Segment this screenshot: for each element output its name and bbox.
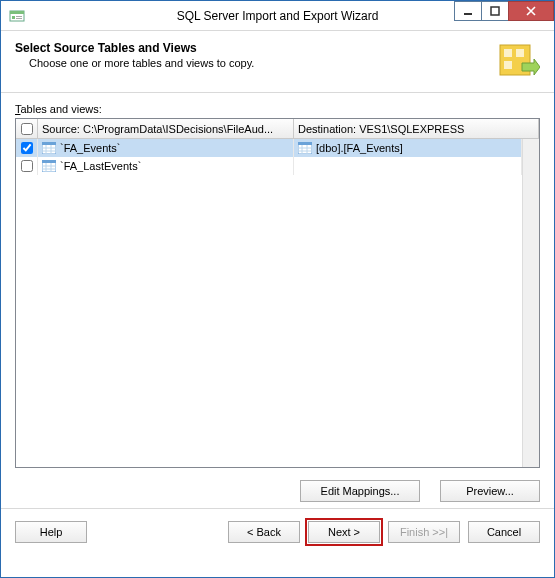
wizard-header: Select Source Tables and Views Choose on… [1, 31, 554, 93]
destination-cell: [dbo].[FA_Events] [316, 142, 403, 154]
help-button[interactable]: Help [15, 521, 87, 543]
svg-rect-1 [10, 11, 24, 14]
column-header-checkbox[interactable] [16, 119, 38, 139]
next-button[interactable]: Next > [308, 521, 380, 543]
table-row[interactable]: `FA_Events` [dbo].[FA_Events] [16, 139, 522, 157]
app-icon [9, 8, 25, 24]
svg-rect-24 [42, 160, 56, 163]
maximize-button[interactable] [481, 1, 509, 21]
svg-rect-4 [16, 18, 22, 19]
wizard-footer: Help < Back Next > Finish >>| Cancel [1, 508, 554, 555]
table-icon [42, 160, 56, 172]
minimize-button[interactable] [454, 1, 482, 21]
cancel-button[interactable]: Cancel [468, 521, 540, 543]
table-icon [42, 142, 56, 154]
close-button[interactable] [508, 1, 554, 21]
column-header-destination[interactable]: Destination: VES1\SQLEXPRESS [294, 119, 539, 139]
tables-label: Tables and views: [15, 103, 540, 115]
back-button[interactable]: < Back [228, 521, 300, 543]
table-icon [298, 142, 312, 154]
tables-grid: Source: C:\ProgramData\ISDecisions\FileA… [15, 118, 540, 468]
wizard-icon [494, 39, 540, 85]
grid-header: Source: C:\ProgramData\ISDecisions\FileA… [16, 119, 539, 139]
titlebar: SQL Server Import and Export Wizard [1, 1, 554, 31]
svg-rect-10 [504, 61, 512, 69]
page-title: Select Source Tables and Views [15, 41, 494, 55]
svg-rect-6 [491, 7, 499, 15]
svg-rect-5 [464, 13, 472, 15]
mapping-button-row: Edit Mappings... Preview... [1, 468, 554, 508]
source-cell: `FA_Events` [60, 142, 121, 154]
row-checkbox[interactable] [21, 160, 33, 172]
svg-rect-3 [16, 16, 22, 17]
finish-button[interactable]: Finish >>| [388, 521, 460, 543]
svg-rect-8 [504, 49, 512, 57]
svg-rect-2 [12, 16, 15, 19]
column-header-source[interactable]: Source: C:\ProgramData\ISDecisions\FileA… [38, 119, 294, 139]
preview-button[interactable]: Preview... [440, 480, 540, 502]
window-controls [455, 1, 554, 23]
edit-mappings-button[interactable]: Edit Mappings... [300, 480, 420, 502]
table-row[interactable]: `FA_LastEvents` [16, 157, 522, 175]
select-all-checkbox[interactable] [21, 123, 33, 135]
page-subtitle: Choose one or more tables and views to c… [29, 57, 494, 69]
row-checkbox[interactable] [21, 142, 33, 154]
svg-rect-18 [298, 142, 312, 145]
content-area: Tables and views: Source: C:\ProgramData… [1, 93, 554, 468]
vertical-scrollbar[interactable] [522, 139, 539, 467]
svg-rect-12 [42, 142, 56, 145]
source-cell: `FA_LastEvents` [60, 160, 141, 172]
grid-body: `FA_Events` [dbo].[FA_Events] [16, 139, 539, 467]
svg-rect-9 [516, 49, 524, 57]
